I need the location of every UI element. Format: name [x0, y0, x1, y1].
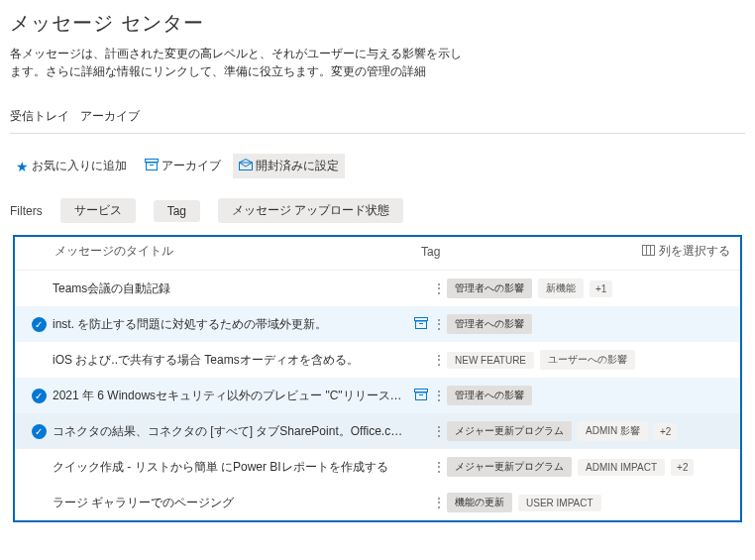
message-title[interactable]: iOS および..で共有する場合 Teamsオーディオを含める。	[53, 352, 411, 369]
row-archive-cell[interactable]	[411, 317, 431, 332]
archive-icon	[414, 317, 428, 332]
tab-inbox[interactable]: 受信トレイ	[10, 109, 69, 123]
row-more-button[interactable]: ⋮	[431, 353, 447, 367]
row-archive-cell[interactable]	[411, 389, 431, 403]
row-tags: 管理者への影響	[447, 386, 730, 405]
col-tag-header[interactable]: Tag	[421, 245, 642, 259]
row-more-button[interactable]: ⋮	[431, 424, 447, 438]
checkmark-icon: ✓	[32, 389, 47, 403]
col-title-header[interactable]: メッセージのタイトル	[54, 243, 421, 260]
row-checkbox[interactable]: ✓	[25, 424, 53, 439]
tag-badge: 管理者への影響	[447, 279, 532, 298]
tag-more-badge: +1	[590, 280, 612, 297]
message-title[interactable]: クイック作成 - リストから簡単 にPower BIレポートを作成する	[53, 459, 411, 476]
row-tags: NEW FEATUREユーザーへの影響	[447, 350, 730, 370]
divider	[10, 133, 745, 134]
row-checkbox[interactable]: ✓	[25, 389, 53, 403]
tag-badge: メジャー更新プログラム	[447, 421, 572, 441]
message-title[interactable]: コネクタの結果、コネクタの [すべて] タブSharePoint。Office.…	[53, 423, 411, 440]
svg-rect-11	[416, 392, 427, 400]
tag-badge: メジャー更新プログラム	[447, 457, 572, 477]
tag-badge: ADMIN 影響	[578, 421, 648, 441]
row-tags: メジャー更新プログラムADMIN IMPACT+2	[447, 457, 730, 477]
table-header: メッセージのタイトル Tag 列を選択する	[15, 237, 740, 271]
tag-more-badge: +2	[654, 423, 677, 440]
filter-upload-state[interactable]: メッセージ アップロード状態	[218, 198, 403, 223]
tag-badge: 管理者への影響	[447, 314, 532, 334]
tab-archive[interactable]: アーカイブ	[80, 109, 140, 123]
table-row[interactable]: iOS および..で共有する場合 Teamsオーディオを含める。⋮NEW FEA…	[15, 342, 740, 378]
archive-button[interactable]: アーカイブ	[139, 154, 227, 178]
favorite-label: お気に入りに追加	[32, 158, 127, 174]
table-row[interactable]: Teams会議の自動記録⋮管理者への影響新機能+1	[15, 271, 740, 306]
filter-tag[interactable]: Tag	[154, 200, 200, 222]
row-checkbox[interactable]: ✓	[25, 317, 53, 332]
svg-rect-8	[416, 321, 427, 329]
tag-badge: 機能の更新	[447, 493, 512, 512]
tag-badge: 管理者への影響	[447, 386, 532, 405]
star-icon: ★	[16, 159, 29, 174]
messages-table: メッセージのタイトル Tag 列を選択する Teams会議の自動記録⋮管理者への…	[13, 235, 742, 522]
toolbar: ★ お気に入りに追加 アーカイブ 開封済みに設定	[10, 154, 745, 178]
tag-badge: NEW FEATURE	[447, 352, 534, 369]
row-more-button[interactable]: ⋮	[431, 317, 447, 331]
page-title: メッセージ センター	[10, 10, 745, 37]
filters-label: Filters	[10, 204, 43, 218]
table-row[interactable]: ✓inst. を防止する問題に対処するための帯域外更新。⋮管理者への影響	[15, 306, 740, 342]
archive-icon	[414, 389, 428, 403]
row-more-button[interactable]: ⋮	[431, 389, 447, 402]
message-title[interactable]: Teams会議の自動記録	[53, 280, 411, 297]
svg-rect-7	[415, 317, 428, 320]
page-description: 各メッセージは、計画された変更の高レベルと、それがユーザーに与える影響を示します…	[10, 45, 466, 80]
svg-rect-0	[146, 160, 159, 163]
checkmark-icon: ✓	[32, 424, 47, 439]
row-tags: 機能の更新USER IMPACT	[447, 493, 730, 512]
favorite-button[interactable]: ★ お気に入りに追加	[10, 154, 133, 178]
row-more-button[interactable]: ⋮	[431, 496, 447, 509]
archive-icon	[145, 159, 159, 173]
columns-icon	[642, 245, 655, 259]
mark-read-button[interactable]: 開封済みに設定	[233, 154, 345, 178]
svg-rect-4	[643, 245, 655, 255]
row-tags: 管理者への影響新機能+1	[447, 279, 730, 298]
checkmark-icon: ✓	[32, 317, 47, 332]
tag-badge: USER IMPACT	[518, 495, 601, 511]
row-more-button[interactable]: ⋮	[431, 460, 447, 474]
message-title[interactable]: ラージ ギャラリーでのページング	[53, 495, 411, 511]
mail-open-icon	[239, 159, 253, 173]
table-row[interactable]: ✓コネクタの結果、コネクタの [すべて] タブSharePoint。Office…	[15, 413, 740, 449]
message-title[interactable]: 2021 年 6 Windowsセキュリティ以外のプレビュー "C"リリースは …	[53, 388, 411, 404]
table-row[interactable]: クイック作成 - リストから簡単 にPower BIレポートを作成する⋮メジャー…	[15, 449, 740, 485]
table-row[interactable]: ✓2021 年 6 Windowsセキュリティ以外のプレビュー "C"リリースは…	[15, 378, 740, 413]
filter-service[interactable]: サービス	[60, 198, 136, 223]
archive-label: アーカイブ	[162, 158, 221, 174]
row-tags: 管理者への影響	[447, 314, 730, 334]
table-row[interactable]: ラージ ギャラリーでのページング⋮機能の更新USER IMPACT	[15, 485, 740, 520]
mark-read-label: 開封済みに設定	[256, 158, 339, 174]
column-chooser-button[interactable]: 列を選択する	[642, 243, 730, 260]
tag-badge: 新機能	[538, 279, 584, 298]
message-title[interactable]: inst. を防止する問題に対処するための帯域外更新。	[53, 316, 411, 333]
row-more-button[interactable]: ⋮	[431, 281, 447, 295]
tag-more-badge: +2	[671, 459, 694, 476]
row-tags: メジャー更新プログラムADMIN 影響+2	[447, 421, 730, 441]
tag-badge: ユーザーへの影響	[540, 350, 635, 370]
tabs: 受信トレイ アーカイブ	[10, 108, 745, 125]
tag-badge: ADMIN IMPACT	[578, 459, 665, 476]
svg-rect-1	[147, 163, 158, 170]
column-chooser-label: 列を選択する	[659, 243, 730, 260]
svg-rect-10	[415, 389, 428, 392]
filters: Filters サービス Tag メッセージ アップロード状態	[10, 198, 745, 223]
